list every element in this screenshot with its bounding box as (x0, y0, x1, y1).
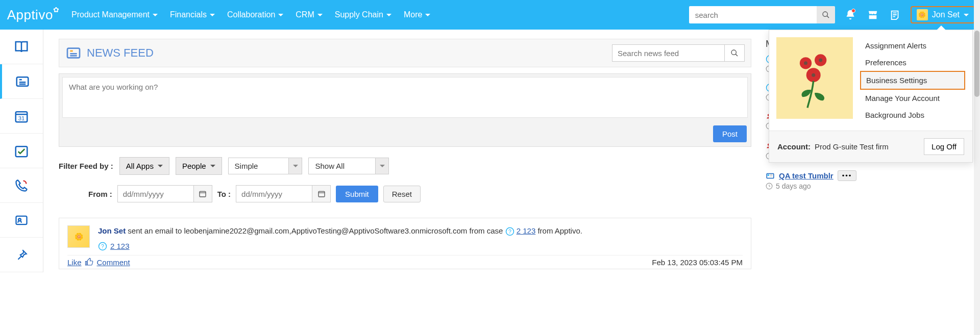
search-icon (730, 49, 739, 57)
rail-item-calls[interactable] (0, 168, 43, 203)
filter-all-apps[interactable]: All Apps (119, 157, 169, 175)
from-date-picker-button[interactable] (194, 185, 212, 202)
feed-timestamp: Feb 13, 2023 05:03:45 PM (652, 258, 743, 267)
like-link[interactable]: Like (67, 258, 82, 267)
caret-down-icon (153, 14, 158, 16)
right-column: Most ?2 19 ?2 20 Ap 5 days ago App Corne… (761, 30, 980, 272)
date-filter-row: From : To : Submit Reset (88, 185, 751, 202)
pin-icon (15, 248, 28, 262)
submit-button[interactable]: Submit (336, 186, 378, 202)
filter-people[interactable]: People (176, 157, 222, 175)
rail-item-tasks[interactable] (0, 134, 43, 168)
dropdown-menu: Assignment Alerts Preferences Business S… (860, 37, 965, 123)
help-icon: ? (98, 242, 107, 251)
notes-button[interactable] (888, 8, 902, 22)
filter-row: Filter Feed by : All Apps People Simple … (59, 157, 751, 175)
side-item: QA test Tumblr••• 5 days ago (766, 170, 977, 190)
store-button[interactable] (866, 8, 880, 22)
account-label: Account: (777, 142, 811, 151)
log-off-button[interactable]: Log Off (924, 138, 964, 155)
rail-item-pin[interactable] (0, 238, 43, 272)
svg-text:?: ? (508, 228, 511, 235)
page-title: NEWS FEED (87, 46, 154, 60)
dd-preferences[interactable]: Preferences (860, 54, 965, 71)
dropdown-avatar (776, 37, 853, 119)
svg-point-49 (812, 73, 815, 77)
brand-logo[interactable]: Apptivo✿ (0, 7, 66, 23)
filter-show-all[interactable]: Show All (308, 158, 389, 174)
calendar-icon (199, 190, 207, 198)
nav-supply-chain[interactable]: Supply Chain (335, 10, 391, 19)
global-search-button[interactable] (817, 6, 835, 23)
caret-down-icon (964, 14, 969, 16)
to-date-picker-button[interactable] (312, 185, 331, 202)
feed-search-button[interactable] (724, 44, 745, 62)
from-date-input[interactable] (117, 185, 194, 202)
feed-search (612, 44, 745, 62)
svg-point-16 (731, 50, 736, 55)
to-date-input[interactable] (236, 185, 312, 202)
notifications-button[interactable] (843, 8, 857, 22)
composer: Post (59, 73, 751, 147)
scrollbar-track[interactable] (974, 0, 980, 272)
user-menu-button[interactable]: 🌼 Jon Set (911, 6, 975, 23)
filter-simple[interactable]: Simple (228, 158, 303, 174)
reset-button[interactable]: Reset (383, 186, 421, 202)
side-item-time: 5 days ago (776, 182, 811, 190)
newsfeed-icon (15, 74, 30, 89)
rail-item-book[interactable] (0, 30, 43, 64)
comment-link[interactable]: Comment (97, 258, 130, 267)
svg-point-48 (819, 59, 822, 62)
case-link-secondary[interactable]: 2 123 (110, 241, 130, 252)
feed-search-input[interactable] (612, 44, 724, 62)
notification-dot (851, 9, 855, 13)
svg-rect-10 (16, 216, 27, 224)
nav-financials[interactable]: Financials (170, 10, 215, 19)
svg-rect-20 (318, 191, 325, 197)
side-item-more-button[interactable]: ••• (838, 170, 857, 181)
rail-item-contacts[interactable] (0, 203, 43, 238)
rail-item-calendar[interactable]: 31 (0, 99, 43, 134)
main-content: NEWS FEED Post Filter Feed by : All Apps… (43, 30, 761, 272)
feed-actor[interactable]: Jon Set (98, 226, 126, 235)
nav-product-management[interactable]: Product Management (71, 10, 158, 19)
account-name: Prod G-suite Test firm (815, 142, 889, 151)
composer-input[interactable] (62, 77, 748, 118)
svg-line-17 (736, 54, 738, 56)
feed-avatar: 🌼 (67, 225, 90, 248)
page-header: NEWS FEED (59, 39, 751, 67)
svg-point-0 (823, 12, 827, 16)
svg-text:31: 31 (18, 115, 25, 121)
global-search-input[interactable] (689, 6, 817, 23)
post-button[interactable]: Post (713, 125, 747, 142)
dd-assignment-alerts[interactable]: Assignment Alerts (860, 37, 965, 54)
dd-background-jobs[interactable]: Background Jobs (860, 107, 965, 123)
dd-business-settings[interactable]: Business Settings (860, 71, 965, 90)
caret-down-icon (376, 158, 389, 174)
nav-collaboration[interactable]: Collaboration (227, 10, 283, 19)
caret-down-icon (386, 14, 391, 16)
nav-crm[interactable]: CRM (296, 10, 322, 19)
calendar-icon (317, 190, 326, 198)
svg-rect-18 (200, 191, 206, 197)
calendar-icon: 31 (14, 109, 29, 124)
scrollbar-thumb[interactable] (974, 31, 979, 97)
caret-down-icon (158, 165, 163, 167)
nav-more[interactable]: More (404, 10, 430, 19)
case-link[interactable]: 2 123 (517, 226, 536, 235)
filter-label: Filter Feed by : (59, 162, 113, 170)
notes-icon (890, 9, 901, 20)
card-icon (766, 171, 775, 181)
side-item-link[interactable]: QA test Tumblr (779, 171, 834, 180)
dd-manage-account[interactable]: Manage Your Account (860, 90, 965, 107)
newsfeed-icon (65, 45, 82, 61)
rail-item-news-feed[interactable] (0, 64, 43, 99)
user-name: Jon Set (932, 10, 960, 19)
clock-icon (766, 183, 773, 190)
feed-footer: Like Comment Feb 13, 2023 05:03:45 PM (67, 255, 743, 267)
top-bar: Apptivo✿ Product Management Financials C… (0, 0, 980, 30)
svg-line-1 (827, 16, 829, 18)
flower-image (784, 42, 845, 114)
caret-down-icon (317, 14, 323, 16)
from-label: From : (88, 190, 112, 198)
